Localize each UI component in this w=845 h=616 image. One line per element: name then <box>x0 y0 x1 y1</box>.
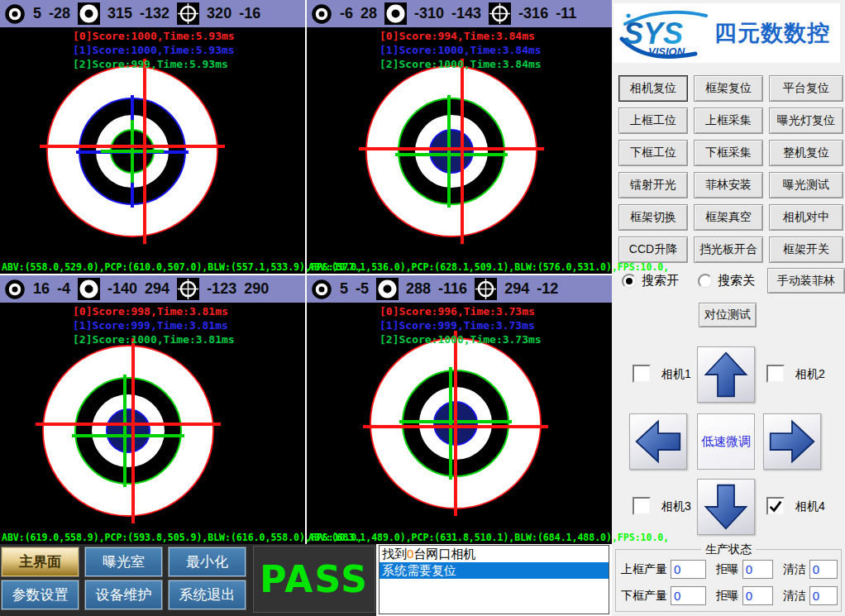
frame-onoff-button[interactable]: 框架开关 <box>769 236 843 263</box>
pass-indicator: PASS <box>260 558 369 600</box>
score-readout: [0]Score:998,Time:3.81ms [1]Score:999,Ti… <box>73 304 235 346</box>
reject-exposure-field[interactable]: 0 <box>742 586 773 605</box>
clean-field[interactable]: 0 <box>809 586 838 605</box>
message-item[interactable]: 找到0台网口相机 <box>380 546 609 562</box>
score-line-1: [1]Score:999,Time:3.81ms <box>73 318 235 332</box>
light-shield-button[interactable]: 挡光板开合 <box>694 236 763 263</box>
film-install-button[interactable]: 菲林安装 <box>694 172 763 198</box>
upper-frame-count-field[interactable]: 0 <box>671 560 706 579</box>
bullseye-filled-icon <box>78 2 100 25</box>
bullseye-cross-icon <box>177 2 199 25</box>
platform-reset-button[interactable]: 平台复位 <box>769 75 843 102</box>
bullseye-icon <box>311 3 332 25</box>
jog-down-button[interactable] <box>697 479 755 535</box>
bullseye-cross-icon <box>475 278 497 300</box>
main-page-tab[interactable]: 主界面 <box>2 547 79 576</box>
control-sidebar: SYS VISION 四元数数控 相机复位 框架复位 平台复位 上框工位 上框采… <box>612 0 845 616</box>
camera-panel-2: -6 28 -310 -143 -316 -11 [0]Score:994,Ti… <box>307 0 612 274</box>
bullseye-cross-icon <box>489 2 511 25</box>
jog-left-button[interactable] <box>629 413 687 470</box>
clean-field[interactable]: 0 <box>809 560 838 579</box>
ccd-lift-button[interactable]: CCD升降 <box>618 236 688 263</box>
reject-exposure-field[interactable]: 0 <box>742 560 773 579</box>
frame-vacuum-button[interactable]: 框架真空 <box>694 204 763 231</box>
camera-2-checkbox[interactable] <box>766 365 785 383</box>
search-on-radio[interactable]: 搜索开 <box>622 273 679 289</box>
result-panel: PASS <box>253 546 375 613</box>
lower-frame-capture-button[interactable]: 下框采集 <box>694 140 763 166</box>
offset-value: -116 <box>438 280 467 298</box>
minimize-button[interactable]: 最小化 <box>169 547 246 576</box>
score-line-2: [2]Score:999,Time:5.93ms <box>73 57 235 71</box>
camera-panel-1: 5 -28 315 -132 320 -16 [0]Score:1000,Tim… <box>0 0 305 274</box>
offset-value: -16 <box>239 5 260 22</box>
control-button-grid: 相机复位 框架复位 平台复位 上框工位 上框采集 曝光灯复位 下框工位 下框采集… <box>618 75 840 263</box>
offset-value: -140 <box>107 280 137 298</box>
offset-value: -123 <box>207 280 236 298</box>
jog-right-button[interactable] <box>763 413 821 470</box>
reject-exposure-label: 拒曝 <box>716 562 739 577</box>
camera-4-checkbox[interactable] <box>766 497 785 515</box>
exposure-lamp-reset-button[interactable]: 曝光灯复位 <box>769 107 843 134</box>
message-item-selected[interactable]: 系统需要复位 <box>380 562 609 579</box>
brand-name-cn: 四元数数控 <box>714 18 830 48</box>
offset-value: -310 <box>414 5 444 22</box>
upper-frame-count-label: 上框产量 <box>621 562 667 577</box>
jog-up-button[interactable] <box>697 346 755 403</box>
laser-light-button[interactable]: 镭射开光 <box>618 172 688 198</box>
search-off-label: 搜索关 <box>718 273 755 289</box>
frame-reset-button[interactable]: 框架复位 <box>694 75 763 102</box>
production-row-lower: 下框产量 0 拒曝 0 清洁 0 <box>621 586 838 605</box>
camera-4-view: [0]Score:996,Time:3.73ms [1]Score:999,Ti… <box>307 303 612 544</box>
camera-3-view: [0]Score:998,Time:3.81ms [1]Score:999,Ti… <box>0 303 305 544</box>
camera-centering-button[interactable]: 相机对中 <box>769 204 843 231</box>
score-line-0: [0]Score:994,Time:3.84ms <box>380 29 542 43</box>
offset-value: 290 <box>244 280 269 298</box>
search-off-radio[interactable]: 搜索关 <box>698 273 755 289</box>
camera-1-checkbox-label: 相机1 <box>661 367 691 382</box>
frame-switch-button[interactable]: 框架切换 <box>618 204 688 231</box>
offset-value: 28 <box>360 5 377 22</box>
offset-value: -12 <box>537 280 558 298</box>
upper-frame-capture-button[interactable]: 上框采集 <box>694 107 763 134</box>
bullseye-filled-icon <box>376 278 399 300</box>
device-maintenance-tab[interactable]: 设备维护 <box>85 580 162 609</box>
score-line-2: [2]Score:1000,Time:3.84ms <box>380 57 542 71</box>
alignment-test-button[interactable]: 对位测试 <box>699 303 757 327</box>
camera-4-status: ABV:(683.1,489.0),PCP:(631.8,510.1),BLW:… <box>308 532 669 543</box>
system-message-list[interactable]: 找到0台网口相机 系统需要复位 <box>379 545 609 614</box>
parameter-settings-tab[interactable]: 参数设置 <box>2 580 79 609</box>
offset-value: -316 <box>518 5 548 22</box>
offset-value: 5 <box>340 280 348 298</box>
machine-reset-button[interactable]: 整机复位 <box>769 140 843 166</box>
lower-frame-station-button[interactable]: 下框工位 <box>618 140 688 166</box>
slow-jog-button[interactable]: 低速微调 <box>697 413 755 470</box>
exposure-test-button[interactable]: 曝光测试 <box>769 172 843 198</box>
camera-3-checkbox[interactable] <box>633 497 651 515</box>
camera-3-checkbox-label: 相机3 <box>661 499 691 514</box>
camera-2-status: ABV:(577.1,536.0),PCP:(628.1,509.1),BLW:… <box>308 261 669 273</box>
camera-panel-4: 5 -5 288 -116 294 -12 [0]Score:996,Time:… <box>307 275 612 544</box>
camera-2-checkbox-label: 相机2 <box>795 367 825 382</box>
offset-value: 315 <box>107 5 132 22</box>
score-line-0: [0]Score:1000,Time:5.93ms <box>73 29 235 43</box>
manual-film-load-button[interactable]: 手动装菲林 <box>767 268 845 294</box>
exposure-room-tab[interactable]: 曝光室 <box>85 547 162 576</box>
machine-vision-app: 5 -28 315 -132 320 -16 [0]Score:1000,Tim… <box>0 0 845 616</box>
camera-1-checkbox[interactable] <box>633 365 651 383</box>
camera-reset-button[interactable]: 相机复位 <box>618 75 688 102</box>
score-line-2: [2]Score:1000,Time:3.73ms <box>380 332 542 346</box>
lower-frame-count-label: 下框产量 <box>621 589 667 604</box>
score-line-1: [1]Score:999,Time:3.73ms <box>380 318 542 332</box>
offset-value: 294 <box>145 280 169 298</box>
offset-value: -4 <box>57 280 70 298</box>
score-line-1: [1]Score:1000,Time:3.84ms <box>380 43 542 57</box>
lower-frame-count-field[interactable]: 0 <box>671 586 706 605</box>
score-readout: [0]Score:996,Time:3.73ms [1]Score:999,Ti… <box>380 304 542 346</box>
checkmark-icon <box>768 499 783 513</box>
production-row-upper: 上框产量 0 拒曝 0 清洁 0 <box>621 560 838 579</box>
upper-frame-station-button[interactable]: 上框工位 <box>618 107 688 134</box>
system-exit-button[interactable]: 系统退出 <box>169 580 246 609</box>
score-line-2: [2]Score:1000,Time:3.81ms <box>73 332 235 346</box>
bullseye-cross-icon <box>177 278 199 300</box>
